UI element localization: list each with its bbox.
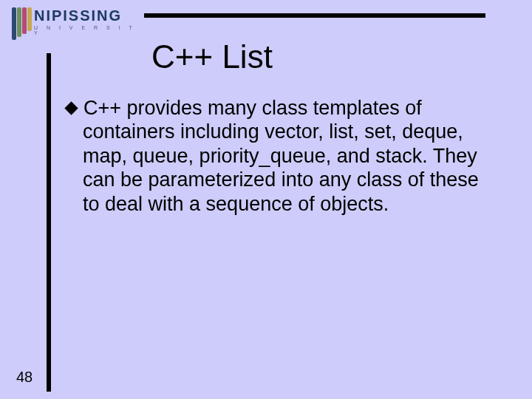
logo-subtitle: U N I V E R S I T Y bbox=[34, 25, 143, 35]
page-number: 48 bbox=[16, 369, 33, 386]
university-logo: NIPISSING U N I V E R S I T Y bbox=[12, 7, 143, 46]
logo-mark-icon bbox=[12, 7, 30, 40]
top-divider bbox=[144, 13, 485, 18]
left-divider bbox=[47, 53, 51, 392]
slide-title: C++ List bbox=[151, 38, 273, 75]
bullet-diamond-icon bbox=[64, 101, 78, 115]
bullet-continuation: containers including vector, list, set, … bbox=[83, 120, 497, 216]
slide-body: C++ provides many class templates of con… bbox=[66, 96, 497, 216]
logo-title: NIPISSING bbox=[34, 7, 143, 24]
bullet-first-line: C++ provides many class templates of bbox=[83, 97, 422, 119]
